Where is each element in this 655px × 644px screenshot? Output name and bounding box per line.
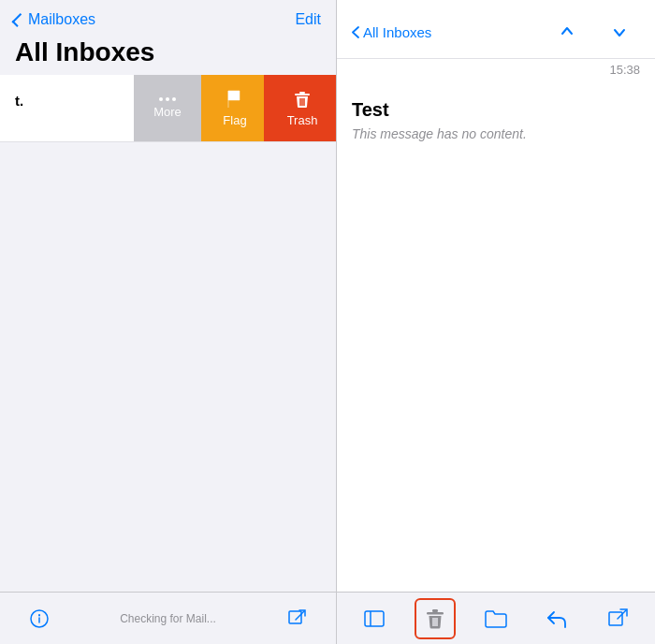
folder-icon <box>485 609 507 628</box>
flag-label: Flag <box>223 113 246 127</box>
email-sender: t. <box>15 93 23 109</box>
swipe-actions: More Flag <box>134 75 336 141</box>
email-received-time: 15:38 <box>337 59 655 84</box>
all-inboxes-back-label: All Inboxes <box>363 24 431 40</box>
svg-rect-0 <box>295 94 310 95</box>
compose-button[interactable] <box>276 598 317 639</box>
folder-button[interactable] <box>475 598 517 639</box>
next-email-button[interactable] <box>599 11 640 52</box>
trash-label: Trash <box>287 113 318 127</box>
trash-toolbar-icon <box>425 607 445 630</box>
email-subject: Test <box>352 99 640 121</box>
all-inboxes-title: All Inboxes <box>0 34 336 75</box>
back-to-all-inboxes[interactable]: All Inboxes <box>352 24 431 40</box>
flag-swipe-button[interactable]: Flag <box>201 75 269 141</box>
email-body: This message has no content. <box>352 126 640 141</box>
sidebar-icon <box>364 610 385 627</box>
checking-mail-status: Checking for Mail... <box>60 612 276 625</box>
prev-email-button[interactable] <box>546 11 588 52</box>
compose-settings-icon <box>29 608 50 629</box>
svg-rect-17 <box>609 612 622 625</box>
email-list: t. 15:38 More <box>0 75 336 592</box>
svg-rect-13 <box>432 609 438 612</box>
chevron-left-icon <box>352 26 359 38</box>
compose-icon <box>286 608 307 629</box>
compose-settings-button[interactable] <box>19 598 60 639</box>
svg-rect-10 <box>365 611 384 626</box>
sidebar-toggle-button[interactable] <box>354 598 395 639</box>
chevron-left-icon <box>12 13 26 27</box>
left-panel: Mailboxes Edit All Inboxes t. 15:38 <box>0 0 337 644</box>
left-toolbar: Checking for Mail... <box>0 592 336 644</box>
more-label: More <box>153 105 182 119</box>
trash-swipe-button[interactable]: Trash <box>269 75 336 141</box>
up-arrow-icon <box>560 24 574 39</box>
mailboxes-label: Mailboxes <box>28 11 95 28</box>
left-nav: Mailboxes Edit <box>0 0 336 34</box>
edit-button[interactable]: Edit <box>295 11 321 28</box>
nav-arrows <box>546 11 640 52</box>
more-swipe-button[interactable]: More <box>134 75 201 141</box>
right-toolbar <box>337 592 655 644</box>
down-arrow-icon <box>613 24 626 39</box>
svg-rect-8 <box>289 611 301 623</box>
svg-rect-1 <box>299 92 305 94</box>
more-icon <box>159 97 176 101</box>
new-message-icon <box>607 608 628 629</box>
reply-icon <box>546 608 568 629</box>
right-panel: All Inboxes 15:38 Test This message has … <box>337 0 655 644</box>
flag-icon <box>225 89 245 110</box>
email-detail: Test This message has no content. <box>337 84 655 592</box>
back-to-mailboxes[interactable]: Mailboxes <box>15 11 95 28</box>
trash-toolbar-button[interactable] <box>415 598 456 639</box>
list-item[interactable]: t. 15:38 More <box>0 75 336 142</box>
svg-line-9 <box>296 611 304 620</box>
trash-swipe-icon <box>292 89 313 110</box>
reply-button[interactable] <box>536 598 577 639</box>
right-nav: All Inboxes <box>337 0 655 59</box>
svg-rect-12 <box>427 612 444 615</box>
new-message-button[interactable] <box>597 598 638 639</box>
